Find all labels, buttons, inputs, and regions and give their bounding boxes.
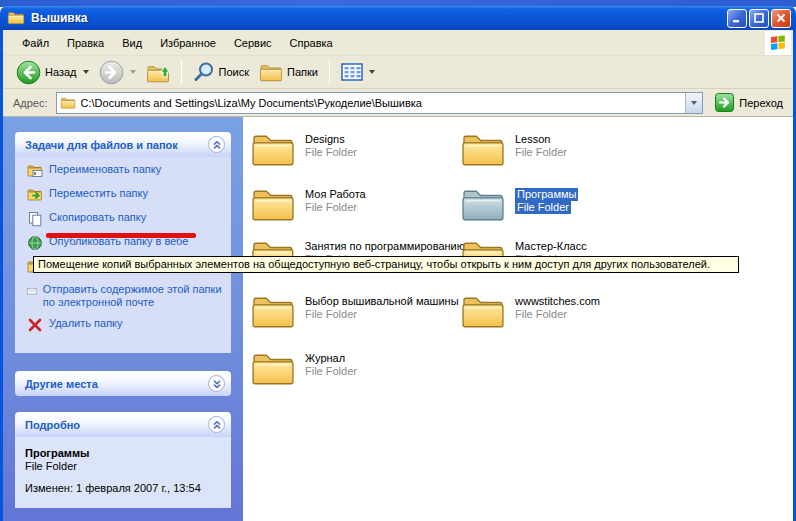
file-name: Моя Работа (305, 188, 366, 200)
search-icon (193, 61, 215, 83)
copy-folder-icon (27, 211, 43, 227)
toolbar-separator (181, 60, 182, 84)
address-folder-icon (60, 96, 76, 110)
forward-dropdown-icon (130, 70, 136, 74)
close-button[interactable] (771, 9, 791, 28)
task-label: Переименовать папку (49, 163, 161, 176)
file-type: File Folder (305, 308, 357, 320)
toolbar-separator (329, 60, 330, 84)
menu-bar: Файл Правка Вид Избранное Сервис Справка (3, 30, 793, 56)
publish-web-icon (27, 235, 43, 251)
rename-folder-icon (27, 163, 43, 179)
task-label: Удалить папку (49, 317, 123, 330)
file-tile[interactable]: Моя Работа File Folder (250, 186, 465, 224)
file-tile-selected[interactable]: Программы File Folder (460, 186, 675, 224)
collapse-button[interactable] (208, 136, 225, 153)
file-name: wwwstitches.com (515, 295, 600, 307)
task-label: Скопировать папку (49, 211, 146, 224)
other-places-panel: Другие места (15, 371, 231, 396)
folder-icon (250, 186, 296, 224)
folders-icon (259, 61, 283, 83)
file-tile[interactable]: Designs File Folder (250, 131, 465, 169)
file-name: Мастер-Класс (515, 240, 587, 252)
back-icon (16, 60, 41, 85)
content-area: Задачи для файлов и папок Переименовать … (3, 117, 793, 521)
task-move-folder[interactable]: Переместить папку (27, 187, 223, 203)
file-name: Выбор вышивальной машины (305, 295, 459, 307)
folders-label: Папки (287, 66, 318, 78)
task-copy-folder[interactable]: Скопировать папку (27, 211, 223, 227)
title-bar[interactable]: Вышивка (0, 6, 796, 30)
menu-view[interactable]: Вид (113, 33, 151, 53)
task-email-folder[interactable]: Отправить содержимое этой папки по элект… (27, 283, 223, 309)
email-icon (27, 283, 37, 299)
address-combobox[interactable]: C:\Documents and Settings\Liza\My Docume… (56, 92, 704, 114)
back-dropdown-icon[interactable] (83, 70, 89, 74)
menu-edit[interactable]: Правка (58, 33, 113, 53)
address-label: Адрес: (13, 97, 48, 109)
up-button[interactable] (141, 59, 175, 85)
details-file-type: File Folder (25, 460, 223, 472)
file-tasks-body: Переименовать папку Переместить папку (15, 157, 231, 353)
menu-tools[interactable]: Сервис (225, 33, 281, 53)
file-name: Занятия по программированию (305, 240, 465, 252)
folder-icon (460, 293, 506, 331)
task-label: Переместить папку (49, 187, 148, 200)
file-tile[interactable]: Lesson File Folder (460, 131, 675, 169)
window-folder-icon (7, 10, 25, 26)
details-file-name: Программы (25, 447, 223, 459)
details-body: Программы File Folder Изменен: 1 февраля… (15, 437, 231, 508)
file-tasks-panel: Задачи для файлов и папок Переименовать … (15, 132, 231, 353)
file-tile[interactable]: Журнал File Folder (250, 350, 465, 388)
toolbar: Назад Поиск Папки (3, 56, 793, 89)
other-places-header[interactable]: Другие места (15, 371, 231, 396)
collapse-button[interactable] (208, 416, 225, 433)
details-header[interactable]: Подробно (15, 412, 231, 437)
menu-favorites[interactable]: Избранное (151, 33, 225, 53)
details-modified: Изменен: 1 февраля 2007 г., 13:54 (25, 482, 223, 494)
views-button[interactable] (336, 61, 380, 83)
address-dropdown-button[interactable] (685, 93, 702, 113)
details-title: Подробно (25, 419, 80, 431)
delete-icon (27, 317, 43, 333)
folder-icon (250, 350, 296, 388)
window-title: Вышивка (31, 11, 725, 25)
file-tile[interactable]: wwwstitches.com File Folder (460, 293, 675, 331)
file-name: Designs (305, 133, 345, 145)
menu-file[interactable]: Файл (13, 33, 58, 53)
file-name: Программы (515, 188, 578, 201)
maximize-button[interactable] (749, 9, 769, 28)
move-folder-icon (27, 187, 43, 203)
forward-button[interactable] (94, 58, 141, 87)
expand-button[interactable] (208, 375, 225, 392)
views-dropdown-icon[interactable] (369, 70, 375, 74)
other-places-title: Другие места (25, 378, 98, 390)
file-type: File Folder (515, 201, 571, 214)
go-icon (715, 93, 734, 112)
task-label: Отправить содержимое этой папки по элект… (43, 283, 223, 309)
file-type: File Folder (305, 146, 357, 158)
file-name: Lesson (515, 133, 550, 145)
file-type: File Folder (305, 365, 357, 377)
go-button[interactable]: Переход (711, 91, 787, 114)
folders-button[interactable]: Папки (254, 59, 323, 85)
tooltip: Помещение копий выбранных элементов на о… (33, 256, 739, 273)
file-type: File Folder (305, 201, 357, 213)
file-type: File Folder (515, 308, 567, 320)
menu-help[interactable]: Справка (281, 33, 342, 53)
task-rename-folder[interactable]: Переименовать папку (27, 163, 223, 179)
folder-up-icon (146, 61, 170, 83)
windows-logo-icon (765, 31, 791, 55)
address-path: C:\Documents and Settings\Liza\My Docume… (81, 97, 686, 109)
back-button[interactable]: Назад (11, 58, 94, 87)
file-tile[interactable]: Выбор вышивальной машины File Folder (250, 293, 465, 331)
details-panel: Подробно Программы File Folder Изменен: … (15, 412, 231, 508)
file-tasks-header[interactable]: Задачи для файлов и папок (15, 132, 231, 157)
file-list-area: Designs File Folder Lesson File Folder М… (243, 117, 793, 521)
minimize-button[interactable] (727, 9, 747, 28)
explorer-window: Вышивка Файл Правка Вид Избранное Сервис… (0, 0, 796, 521)
folder-icon (250, 131, 296, 169)
task-delete-folder[interactable]: Удалить папку (27, 317, 223, 333)
search-button[interactable]: Поиск (188, 59, 254, 85)
folder-selected-icon (460, 186, 506, 224)
